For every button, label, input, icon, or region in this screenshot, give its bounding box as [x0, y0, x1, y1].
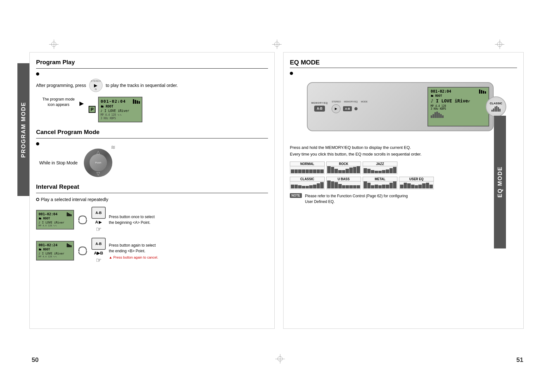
- device-left: MEMORY/EQ A-B: [311, 102, 328, 112]
- eq-description: Press and hold the MEMORY/EQ button to d…: [290, 144, 517, 158]
- p-display: P 001-02:04 🖿 ROOT ♪ I LOVE iRiver MP 4.: [89, 97, 142, 122]
- classic-badge: CLASSIC: [486, 96, 506, 117]
- ab-indicator: A▶B: [94, 251, 103, 255]
- program-play-section: Program Play After programming, press ST…: [36, 59, 268, 122]
- nav-outer-ring: Push △ ▽: [84, 149, 112, 177]
- metal-label: METAL: [363, 177, 397, 181]
- crosshair-top-left: [49, 40, 59, 49]
- classic-area: [431, 112, 486, 118]
- eq-mode-classic: CLASSIC: [290, 177, 325, 189]
- ab-section-2: A-B A▶B ☞: [91, 238, 106, 264]
- eq-lcd-root: 🖿 ROOT: [431, 94, 486, 97]
- user-eq-bars: [399, 181, 434, 189]
- metal-bars: [363, 181, 397, 189]
- interval-bullet-text: Play a selected interval repeatedly: [41, 197, 108, 202]
- program-play-divider: [36, 68, 268, 69]
- crosshair-top-right: [495, 40, 504, 49]
- repeat-icon-1: [77, 214, 88, 225]
- instruction-1: Press button once to selectthe beginning…: [109, 214, 155, 225]
- lcd-bottom: MP 4.4 128 ∿∿3 KHz KBPS: [101, 113, 140, 120]
- interval-lcd-2-track: ♪ I LOVE iRiver: [39, 252, 72, 256]
- program-play-lcd: 001-02:04 🖿 ROOT ♪ I LOVE iRiver MP 4.4 …: [98, 97, 142, 122]
- program-play-bullet: [36, 72, 39, 76]
- repeat-icon-2: [77, 245, 88, 256]
- classic-bars: [431, 112, 486, 118]
- lcd-root: 🖿 ROOT: [101, 104, 140, 109]
- device-controls-row: ▶ A-B: [332, 104, 358, 113]
- classic-label: CLASSIC: [490, 102, 502, 105]
- device-dot: [354, 107, 358, 110]
- note-text: Please refer to the Function Control (Pa…: [305, 193, 408, 205]
- interval-row-2: 001-02:24 🖿 ROOT ♪ I LOVE iRiver MP 4.4 …: [36, 238, 268, 264]
- lcd-track: ♪ I LOVE iRiver: [101, 109, 140, 113]
- jazz-bars: [363, 166, 397, 174]
- eq-bullet: [290, 72, 293, 75]
- eq-mode-jazz: JAZZ: [363, 162, 397, 174]
- interval-lcd-2: 001-02:24 🖿 ROOT ♪ I LOVE iRiver MP 4.4 …: [36, 241, 74, 260]
- eq-mode-ubass: U BASS: [326, 177, 361, 189]
- wave-lines: ≋: [111, 144, 115, 151]
- eq-battery: [479, 89, 486, 94]
- right-side-tab: EQ MODE: [494, 116, 506, 248]
- eq-mode-user-eq: USER EQ: [399, 177, 434, 189]
- crosshair-top-center: [272, 40, 282, 49]
- ab-button-1[interactable]: A-B: [91, 207, 106, 219]
- a-indicator: A ▶: [95, 220, 102, 224]
- push-label: Push: [95, 161, 102, 164]
- classic-badge-bars: [491, 106, 501, 112]
- memory-eq-device-label: MEMORY/EQ: [344, 101, 358, 103]
- hand-cursor-1: ☞: [96, 225, 102, 233]
- instruction-2-container: Press button again to selectthe ending <…: [109, 242, 158, 259]
- nav-up-arrow: △: [97, 150, 100, 155]
- nav-push-button[interactable]: Push △ ▽ ≋: [84, 149, 112, 177]
- battery-small-2: [67, 243, 72, 247]
- ubass-bars: [326, 181, 361, 189]
- stereo-label: STEREO: [91, 80, 101, 82]
- ab-button-2[interactable]: A-B: [91, 238, 106, 250]
- interval-lcd-1-root: 🖿 ROOT: [39, 217, 72, 221]
- eq-modes-container: NORMAL ROCK: [290, 162, 517, 189]
- interval-row-1: 001-02:04 🖿 ROOT ♪ I LOVE iRiver MP 4.4 …: [36, 207, 268, 233]
- eq-modes-row-2: CLASSIC U BASS: [290, 177, 517, 189]
- interval-lcd-2-bottom: MP 4.4 128 ∿∿: [39, 255, 72, 259]
- eq-lcd-time: 001-02:04: [431, 89, 451, 94]
- program-mode-label-text: The program modeicon appears: [42, 97, 75, 107]
- cancel-divider: [36, 138, 268, 138]
- lcd-top-row: 001-02:04: [431, 89, 486, 94]
- stereo-device-label: STEREO: [332, 101, 341, 103]
- program-mode-description: The program modeicon appears ▶ P 001-02:…: [42, 97, 268, 122]
- note-section: NOTE Please refer to the Function Contro…: [290, 193, 517, 205]
- jazz-label: JAZZ: [363, 162, 397, 166]
- eq-divider: [290, 68, 517, 68]
- interval-lcd-1-track: ♪ I LOVE iRiver: [39, 221, 72, 225]
- cancel-section: Cancel Program Mode While in Stop Mode P…: [36, 129, 268, 177]
- eq-lcd-track: ♪ I LOVE iRiver: [431, 98, 486, 103]
- interval-bullet-row: Play a selected interval repeatedly: [36, 197, 268, 202]
- device-middle: STEREO MEMORY/EQ MODE ▶ A-B: [332, 101, 424, 113]
- hand-cursor-2: ☞: [96, 256, 102, 264]
- mode-device-label: MODE: [361, 101, 368, 103]
- device-ab-button[interactable]: A-B: [314, 106, 325, 112]
- device-play-button[interactable]: ▶: [332, 104, 340, 113]
- memory-eq-label: MEMORY/EQ: [311, 102, 328, 104]
- right-tab-label: EQ MODE: [497, 166, 503, 198]
- play-button-icon[interactable]: STEREO ▶ ⊓: [89, 79, 103, 92]
- rock-bars: [326, 166, 361, 174]
- interval-divider: [36, 193, 268, 193]
- eq-mode-header-container: EQ MODE: [290, 59, 517, 75]
- p-mode-icon: P: [89, 106, 96, 113]
- cancel-title: Cancel Program Mode: [36, 129, 268, 136]
- ab-section-1: A-B A ▶ ☞: [91, 207, 106, 233]
- normal-label: NORMAL: [290, 162, 325, 166]
- cancel-bullet: [36, 142, 39, 145]
- rock-label: ROCK: [326, 162, 361, 166]
- interval-lcd-1-bottom: MP 4.4 128 ∿∿: [39, 224, 72, 228]
- normal-bars: [290, 166, 325, 174]
- left-tab-label: PROGRAM MODE: [20, 102, 27, 158]
- eq-mode-title: EQ MODE: [290, 59, 517, 66]
- device-body: MEMORY/EQ A-B STEREO MEMORY/EQ MODE ▶ A-…: [307, 82, 494, 131]
- play-triangle: ▶: [94, 83, 97, 88]
- device-labels-row: STEREO MEMORY/EQ MODE: [332, 101, 367, 103]
- instruction-2: Press button again to selectthe ending <…: [109, 242, 158, 254]
- device-ab-small[interactable]: A-B: [343, 106, 352, 111]
